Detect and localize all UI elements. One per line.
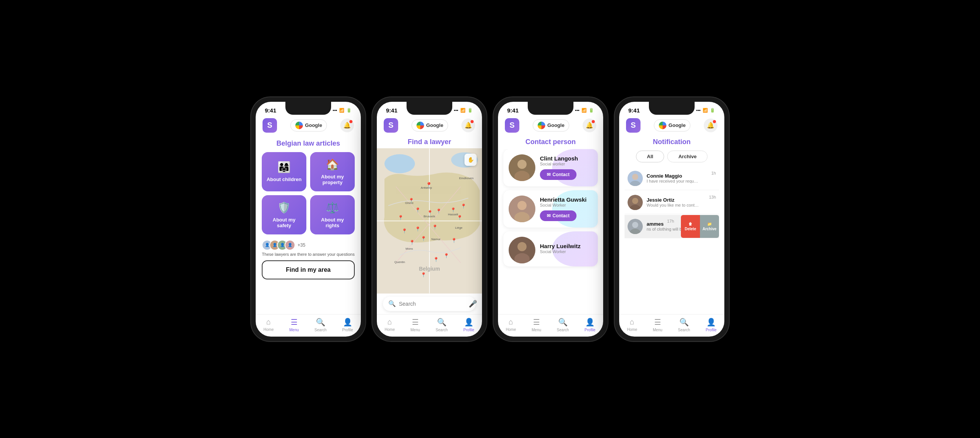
page-title-2: Find a lawyer (377, 136, 482, 148)
tab-home-1[interactable]: ⌂ Home (264, 318, 274, 332)
notch-4 (649, 102, 695, 115)
bell-btn-2[interactable]: 🔔 (461, 119, 475, 132)
avatar-henrietta (509, 196, 535, 222)
logo-4: S (626, 118, 641, 133)
envelope-icon-2: ✉ (547, 213, 551, 218)
find-btn[interactable]: Find in my area (262, 260, 355, 279)
menu-icon-4: ☰ (654, 318, 661, 327)
map-container[interactable]: Belgium Antwerp Ghent Brussels Hasselt L… (377, 148, 482, 294)
rights-icon: ⚖️ (326, 201, 339, 214)
map-svg: Belgium Antwerp Ghent Brussels Hasselt L… (377, 148, 482, 294)
status-icons-4: ▪▪▪ 📶 🔋 (696, 108, 715, 113)
google-btn-3[interactable]: Google (533, 119, 570, 132)
svg-text:📍: 📍 (421, 235, 426, 241)
archive-btn[interactable]: 📁 Archive (700, 215, 719, 238)
notif-item-3[interactable]: ammes ns of clothing will be... 17h 🗑 De… (625, 215, 719, 238)
notif-item-1[interactable]: Connie Maggio I have received your reque… (625, 167, 719, 190)
tab-profile-2[interactable]: 👤 Profile (463, 318, 474, 332)
svg-text:Namur: Namur (431, 237, 440, 241)
page-title-3: Contact person (498, 136, 603, 149)
svg-text:📍: 📍 (408, 197, 414, 203)
lawyers-count: +35 (298, 242, 305, 248)
contact-info-2: Henrietta Guwski Social Worker ✉ Contact (540, 196, 592, 221)
contact-btn-2[interactable]: ✉ Contact (540, 210, 576, 221)
phone-1: 9:41 ▪▪▪ 📶 🔋 S Google 🔔 (251, 97, 365, 341)
tab-search-4[interactable]: 🔍 Search (678, 318, 690, 332)
logo-2: S (384, 118, 398, 133)
svg-text:Eindhoven: Eindhoven (459, 176, 474, 180)
law-card-safety[interactable]: 🛡️ About my safety (262, 195, 306, 234)
profile-icon-3: 👤 (585, 318, 595, 327)
svg-point-51 (632, 222, 638, 228)
profile-icon-2: 👤 (464, 318, 474, 327)
status-icons-2: ▪▪▪ 📶 🔋 (454, 108, 473, 113)
google-btn-1[interactable]: Google (290, 119, 327, 132)
bell-btn-1[interactable]: 🔔 (340, 119, 354, 132)
children-icon: 👨‍👩‍👧 (277, 161, 291, 173)
tab-menu-4[interactable]: ☰ Menu (653, 318, 662, 332)
screen-contact: Clint Langosh Social worker ✉ Contact (498, 149, 603, 314)
contact-info-3: Harry Lueilwitz Social Worker (540, 243, 592, 257)
home-icon-3: ⌂ (509, 318, 513, 326)
lawyers-row: 👤 👤 👤 👤 +35 (262, 240, 355, 250)
page-title-4: Notification (619, 136, 724, 148)
notif-avatar-2 (628, 195, 643, 210)
notif-tab-archive[interactable]: Archive (667, 151, 708, 162)
tab-home-4[interactable]: ⌂ Home (627, 318, 637, 332)
tab-profile-3[interactable]: 👤 Profile (584, 318, 595, 332)
avatar-harry (509, 237, 535, 263)
notif-msg-2: Would you like me to contact... (647, 203, 700, 207)
notch-3 (528, 102, 573, 115)
svg-text:📍: 📍 (398, 214, 404, 220)
svg-text:📍: 📍 (415, 207, 421, 212)
bell-dot-4 (713, 120, 716, 123)
delete-btn[interactable]: 🗑 Delete (681, 215, 700, 238)
search-input-map[interactable] (399, 301, 466, 307)
tab-profile-4[interactable]: 👤 Profile (706, 318, 716, 332)
logo-1: S (263, 118, 277, 133)
mic-icon[interactable]: 🎤 (469, 300, 477, 308)
tab-search-3[interactable]: 🔍 Search (557, 318, 569, 332)
notif-avatar-1 (628, 171, 643, 186)
tab-profile-1[interactable]: 👤 Profile (342, 318, 353, 332)
google-icon-2 (416, 122, 424, 129)
tab-search-2[interactable]: 🔍 Search (436, 318, 448, 332)
notif-time-1: 1h (711, 171, 716, 175)
svg-text:Liège: Liège (455, 226, 463, 229)
home-icon-4: ⌂ (630, 318, 634, 326)
search-bar-map[interactable]: 🔍 🎤 (383, 297, 476, 311)
tab-menu-3[interactable]: ☰ Menu (532, 318, 541, 332)
svg-text:📍: 📍 (436, 208, 442, 213)
contact-role-3: Social Worker (540, 249, 592, 254)
tab-search-1[interactable]: 🔍 Search (314, 318, 327, 332)
notif-item-2[interactable]: Jessie Ortiz Would you like me to contac… (625, 191, 719, 214)
contact-role-1: Social worker (540, 162, 592, 166)
tab-bar-4: ⌂ Home ☰ Menu 🔍 Search 👤 Profile (619, 314, 724, 337)
tab-menu-2[interactable]: ☰ Menu (410, 318, 420, 332)
svg-text:📍: 📍 (444, 252, 449, 258)
law-card-rights[interactable]: ⚖️ About my rights (310, 195, 355, 234)
contact-name-2: Henrietta Guwski (540, 196, 592, 203)
avatar-stack: 👤 👤 👤 👤 (262, 240, 295, 250)
menu-icon-1: ☰ (291, 318, 298, 327)
notif-tab-all[interactable]: All (636, 151, 665, 162)
tab-home-3[interactable]: ⌂ Home (506, 318, 516, 332)
contact-btn-1[interactable]: ✉ Contact (540, 169, 576, 180)
avatar-clint (509, 154, 535, 181)
law-card-property[interactable]: 🏠 About my property (310, 152, 355, 191)
notch-2 (407, 102, 452, 115)
tab-home-2[interactable]: ⌂ Home (385, 318, 395, 332)
google-btn-2[interactable]: Google (412, 119, 448, 132)
phone-2: 9:41 ▪▪▪ 📶 🔋 S Google 🔔 Fin (372, 97, 487, 341)
page-title-1: Belgian law articles (262, 136, 355, 152)
law-card-children[interactable]: 👨‍👩‍👧 About children (262, 152, 306, 191)
header-2: S Google 🔔 (377, 115, 482, 136)
swipe-actions: 🗑 Delete 📁 Archive (681, 215, 719, 238)
move-cursor: ✋ (464, 154, 477, 166)
bell-btn-4[interactable]: 🔔 (704, 119, 717, 132)
bell-btn-3[interactable]: 🔔 (583, 119, 596, 132)
tab-menu-1[interactable]: ☰ Menu (289, 318, 299, 332)
contact-card-1: Clint Langosh Social worker ✉ Contact (503, 149, 598, 186)
google-btn-4[interactable]: Google (654, 119, 691, 132)
screen-law-articles: Belgian law articles 👨‍👩‍👧 About childre… (256, 136, 361, 314)
